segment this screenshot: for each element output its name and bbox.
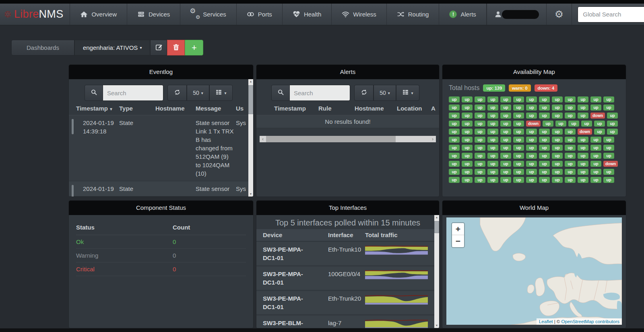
host-badge-up[interactable]: up (565, 161, 576, 167)
host-badge-up[interactable]: up (475, 137, 485, 143)
host-badge-up[interactable]: up (475, 161, 485, 167)
host-badge-up[interactable]: up (475, 113, 485, 119)
zoom-in-button[interactable]: + (452, 223, 464, 235)
scrollbar-thumb[interactable] (434, 221, 439, 233)
device-link[interactable]: SW3-PE-BLM-SGB-01 (263, 319, 314, 328)
host-badge-up[interactable]: up (462, 96, 473, 102)
host-badge-up[interactable]: up (603, 145, 614, 151)
global-search-input[interactable] (578, 6, 644, 23)
host-badge-up[interactable]: up (590, 137, 601, 143)
host-badge-up[interactable]: up (513, 177, 524, 183)
host-badge-up[interactable]: up (500, 137, 511, 143)
dashboards-dropdown[interactable]: Dashboards (11, 40, 74, 55)
host-badge-up[interactable]: up (539, 105, 550, 111)
traffic-graph[interactable] (365, 294, 428, 305)
host-badge-up[interactable]: up (449, 105, 460, 111)
host-badge-up[interactable]: up (513, 129, 524, 135)
host-badge-up[interactable]: up (552, 129, 563, 135)
host-badge-up[interactable]: up (578, 113, 588, 119)
host-badge-up[interactable]: up (513, 153, 524, 159)
host-badge-up[interactable]: up (565, 145, 576, 151)
host-badge-up[interactable]: up (539, 137, 550, 143)
host-badge-up[interactable]: up (487, 105, 498, 111)
host-badge-down[interactable]: down (590, 113, 605, 119)
host-badge-up[interactable]: up (487, 121, 498, 127)
host-badge-up[interactable]: up (552, 96, 563, 102)
host-badge-up[interactable]: up (603, 177, 614, 183)
edit-dashboard-button[interactable] (150, 40, 167, 55)
column-message[interactable]: Message (196, 105, 236, 112)
host-badge-up[interactable]: up (526, 169, 537, 175)
host-badge-up[interactable]: up (462, 121, 473, 127)
delete-dashboard-button[interactable] (167, 40, 185, 55)
column-user[interactable]: Us (236, 105, 248, 112)
host-badge-up[interactable]: up (500, 177, 511, 183)
eventlog-search-button[interactable] (85, 85, 103, 101)
host-badge-up[interactable]: up (555, 121, 566, 127)
scroll-down-icon[interactable]: ▼ (436, 323, 438, 328)
host-badge-up[interactable]: up (500, 105, 511, 111)
host-badge-up[interactable]: up (539, 129, 550, 135)
host-badge-up[interactable]: up (526, 153, 537, 159)
host-badge-up[interactable]: up (513, 96, 524, 102)
alerts-search-button[interactable] (271, 85, 290, 101)
interface-row[interactable]: SW3-PE-MPA-DC1-01100GE0/0/4 (256, 266, 439, 290)
osm-link[interactable]: OpenStreetMap contributors (561, 319, 619, 324)
host-badge-up[interactable]: up (578, 145, 588, 151)
host-badge-up[interactable]: up (552, 177, 563, 183)
host-badge-up[interactable]: up (565, 137, 576, 143)
host-badge-up[interactable]: up (487, 137, 498, 143)
host-badge-up[interactable]: up (590, 145, 601, 151)
host-badge-up[interactable]: up (449, 153, 460, 159)
host-badge-up[interactable]: up (513, 161, 524, 167)
column-hostname[interactable]: Hostname (155, 105, 196, 112)
host-badge-up[interactable]: up (449, 113, 460, 119)
host-badge-up[interactable]: up (565, 96, 576, 102)
user-menu[interactable] (487, 4, 547, 25)
host-badge-up[interactable]: up (513, 169, 524, 175)
host-badge-up[interactable]: up (513, 145, 524, 151)
interface-row[interactable]: SW3-PE-BLM-SGB-01lag-7 (256, 316, 439, 328)
host-badge-up[interactable]: up (526, 113, 537, 119)
leaflet-link[interactable]: Leaflet (539, 319, 553, 324)
host-badge-up[interactable]: up (513, 137, 524, 143)
column-timestamp[interactable]: Timestamp▼ (76, 105, 119, 112)
host-badge-up[interactable]: up (552, 145, 563, 151)
interface-link[interactable]: Eth-Trunk10 (328, 245, 361, 254)
host-badge-up[interactable]: up (590, 96, 601, 102)
host-badge-up[interactable]: up (578, 96, 588, 102)
nav-item-health[interactable]: Health (283, 4, 332, 25)
host-badge-up[interactable]: up (565, 177, 576, 183)
nav-item-alerts[interactable]: !Alerts (439, 4, 486, 25)
host-badge-up[interactable]: up (449, 145, 460, 151)
column-location[interactable]: Location (397, 105, 431, 112)
host-badge-up[interactable]: up (581, 121, 592, 127)
alerts-columns-dropdown[interactable]: ▾ (396, 85, 419, 101)
nav-item-services[interactable]: ⚙⚙Services (180, 4, 237, 25)
host-badge-up[interactable]: up (487, 153, 498, 159)
host-badge-up[interactable]: up (590, 177, 601, 183)
host-badge-up[interactable]: up (500, 121, 511, 127)
host-badge-up[interactable]: up (607, 129, 618, 135)
host-badge-up[interactable]: up (487, 113, 498, 119)
host-badge-up[interactable]: up (462, 153, 473, 159)
host-badge-up[interactable]: up (552, 137, 563, 143)
traffic-graph[interactable] (365, 319, 428, 328)
host-badge-up[interactable]: up (603, 169, 614, 175)
interface-row[interactable]: SW3-PE-MPA-DC1-01Eth-Trunk20 (256, 291, 439, 314)
host-badge-up[interactable]: up (449, 169, 460, 175)
host-badge-up[interactable]: up (526, 177, 537, 183)
host-badge-up[interactable]: up (449, 137, 460, 143)
add-dashboard-button[interactable]: + (185, 40, 203, 55)
host-badge-up[interactable]: up (594, 129, 605, 135)
eventlog-columns-dropdown[interactable]: ▾ (209, 85, 233, 101)
host-badge-up[interactable]: up (462, 129, 473, 135)
interface-link[interactable]: lag-7 (328, 319, 361, 327)
host-badge-up[interactable]: up (590, 169, 601, 175)
nav-item-routing[interactable]: Routing (387, 4, 440, 25)
host-badge-up[interactable]: up (607, 113, 618, 119)
alerts-search-input[interactable] (290, 85, 350, 101)
scroll-down-icon[interactable]: ▼ (250, 192, 252, 197)
host-badge-up[interactable]: up (594, 121, 605, 127)
host-badge-up[interactable]: up (462, 113, 473, 119)
